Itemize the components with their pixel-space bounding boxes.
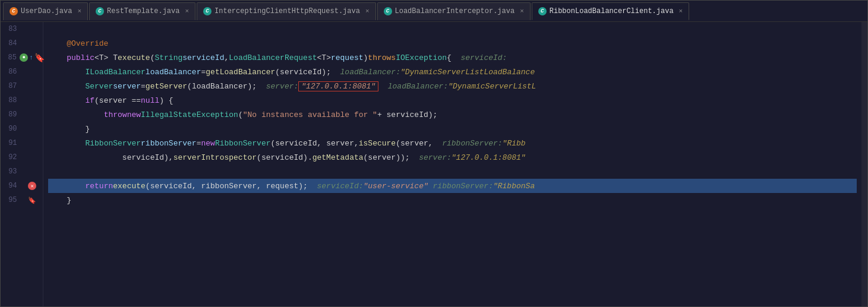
tab-label-loadbalancer: LoadBalancerInterceptor.java [395, 7, 515, 15]
if-cond-88: (server == [94, 96, 141, 105]
paren-87: (loadBalancer); [187, 82, 266, 91]
tab-label-intercepting: InterceptingClientHttpRequest.java [214, 7, 360, 15]
tab-icon-ribbon: C [538, 7, 547, 15]
bookmark-icon-95: 🔖 [28, 197, 36, 204]
paren-94: (serviceId, ribbonServer, request); [146, 182, 317, 191]
debug-hint-lb-86: loadBalancer: [340, 68, 400, 77]
param-server-87: server [113, 82, 141, 91]
indent-87 [48, 82, 85, 91]
kw-null-88: null [141, 96, 159, 105]
code-line-94: return execute (serviceId, ribbonServer,… [48, 179, 857, 193]
brace-close-95: } [67, 196, 71, 205]
comma-85: , [224, 53, 229, 62]
code-line-88: if (server == null ) { [48, 93, 857, 107]
debug-value-lb2-87: "DynamicServerListL [448, 82, 536, 91]
type-ribbonserver-91: RibbonServer [85, 139, 141, 148]
gutter-icons-94: ✕ [22, 182, 43, 190]
gutter-row-91: 91 [1, 136, 43, 150]
method-execute-85: execute [118, 53, 150, 62]
code-line-86: ILoadBalancer loadBalancer = getLoadBala… [48, 65, 857, 79]
indent-94 [48, 182, 85, 191]
paren-92: (serviceId). [257, 153, 313, 162]
tab-label-userdao: UserDao.java [21, 7, 72, 15]
type-ribbonserver2-91: RibbonServer [215, 139, 271, 148]
debug-arrow-85: ↑ [29, 54, 33, 61]
gutter-row-90: 90 [1, 122, 43, 136]
debug-value-lb-86: "DynamicServerListLoadBalance [400, 68, 535, 77]
method-getmetadata-92: getMetadata [313, 153, 364, 162]
gutter-row-85: 85 ● ↑ 🔖 [1, 50, 43, 65]
code-line-89: throw new IllegalStateException ( "No in… [48, 107, 857, 122]
param-serviceid-85: serviceId [182, 53, 224, 62]
tab-resttemplate[interactable]: C RestTemplate.java × [89, 2, 195, 20]
debug-hint-serviceid-85: serviceId: [460, 53, 507, 62]
debug-value-rs-91: "Ribb [503, 139, 526, 148]
code-line-87: Server server = getServer (loadBalancer)… [48, 79, 857, 93]
code-line-92: serviceId), serverIntrospector (serviceI… [48, 150, 857, 164]
code-lines: @Override public <T> T execute ( String … [43, 22, 861, 306]
line-number-84: 84 [1, 39, 22, 48]
eq-87: = [141, 82, 146, 91]
paren2-92: (server)); [364, 153, 419, 162]
method-issecure-91: isSecure [359, 139, 396, 148]
method-getserver-87: getServer [146, 82, 187, 91]
method-serverintrospector-92: serverIntrospector [173, 153, 257, 162]
tab-loadbalancer[interactable]: C LoadBalancerInterceptor.java × [377, 2, 531, 20]
breakpoint-icon-94[interactable]: ✕ [28, 182, 36, 190]
gutter-icons-85: ● ↑ 🔖 [21, 53, 43, 63]
gutter-row-95: 95 🔖 [1, 193, 43, 207]
kw-if-88: if [85, 96, 94, 105]
kw-new-89: new [127, 110, 141, 119]
line-number-91: 91 [1, 139, 22, 147]
brace-88: ) { [159, 96, 173, 105]
tab-close-userdao[interactable]: × [77, 8, 81, 15]
breakpoint-icon-85[interactable]: ● [20, 53, 28, 62]
eq-86: = [201, 68, 206, 77]
type-string-85: String [154, 53, 182, 62]
plus-89: + serviceId); [377, 110, 437, 119]
debug-value-rs-94: "RibbonSa [493, 182, 535, 191]
gutter-row-84: 84 [1, 36, 43, 50]
tab-intercepting[interactable]: C InterceptingClientHttpRequest.java × [197, 2, 375, 20]
bookmark-icon-85: 🔖 [34, 53, 45, 63]
type-ioexception-85: IOException [396, 53, 447, 62]
serviceid-92: serviceId), [122, 153, 173, 162]
scrollbar-track[interactable] [861, 22, 867, 306]
space-87 [378, 82, 388, 91]
brace-close-90: } [85, 125, 90, 134]
debug-hint-server-92: server: [419, 153, 452, 162]
line-number-95: 95 [1, 196, 22, 204]
paren-86: (serviceId); [275, 68, 340, 77]
line-number-88: 88 [1, 96, 22, 105]
eq-91: = [197, 139, 201, 148]
paren2-91: (server, [396, 139, 442, 148]
tab-close-resttemplate[interactable]: × [185, 8, 189, 15]
tab-close-intercepting[interactable]: × [365, 8, 370, 15]
kw-public-85: public [48, 53, 94, 62]
string-no-instances-89: "No instances available for " [243, 110, 377, 119]
indent-91 [48, 139, 85, 148]
method-execute-94: execute [113, 182, 146, 191]
tab-userdao[interactable]: C UserDao.java × [3, 2, 88, 20]
param-loadbalancer-86: loadBalancer [146, 68, 201, 77]
line-number-92: 92 [1, 153, 22, 162]
code-line-90: } [48, 122, 857, 136]
editor-window: C UserDao.java × C RestTemplate.java × C… [0, 0, 868, 307]
paren-open-85: ( [150, 53, 155, 62]
tab-icon-resttemplate: C [96, 7, 104, 15]
kw-throw-89: throw [104, 110, 127, 119]
tab-close-loadbalancer[interactable]: × [520, 8, 524, 15]
indent-95 [48, 196, 67, 205]
line-number-94: 94 [1, 182, 22, 190]
code-line-85: public <T> T execute ( String serviceId … [48, 50, 857, 65]
code-line-95: } [48, 193, 857, 207]
tab-bar: C UserDao.java × C RestTemplate.java × C… [1, 1, 867, 22]
param-ribbonserver-91: ribbonServer [141, 139, 197, 148]
paren-close-85: ) [364, 53, 368, 62]
tab-close-ribbon[interactable]: × [679, 8, 683, 15]
paren-89: ( [238, 110, 243, 119]
kw-return-94: return [85, 182, 113, 191]
type-iloadbalancer-86: ILoadBalancer [85, 68, 145, 77]
gutter-icons-95: 🔖 [22, 197, 43, 204]
tab-ribbon[interactable]: C RibbonLoadBalancerClient.java × [532, 2, 689, 20]
